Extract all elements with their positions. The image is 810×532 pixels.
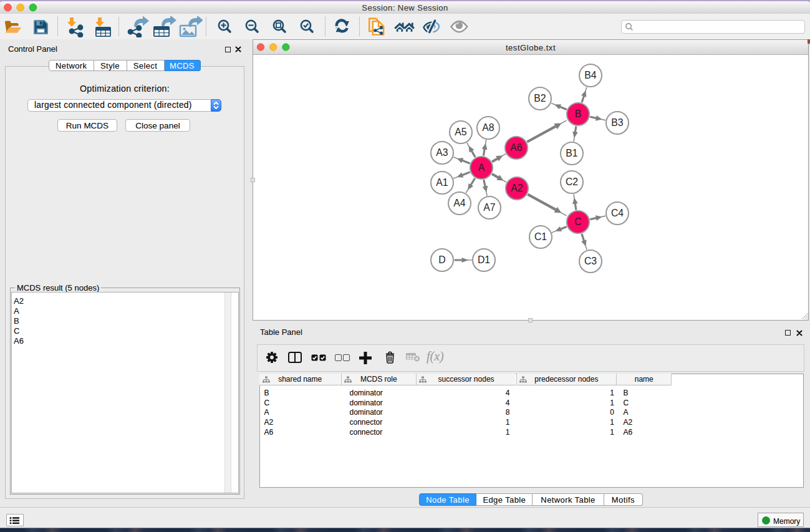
svg-text:A7: A7 [483, 202, 495, 213]
svg-text:B: B [575, 109, 582, 119]
svg-text:C1: C1 [534, 231, 547, 242]
svg-text:B2: B2 [534, 93, 546, 104]
svg-text:B4: B4 [584, 70, 597, 80]
svg-text:C4: C4 [611, 208, 624, 218]
svg-text:D: D [438, 254, 445, 265]
svg-text:B1: B1 [566, 148, 578, 158]
svg-text:A1: A1 [436, 177, 448, 188]
svg-text:D1: D1 [478, 254, 490, 265]
svg-text:A2: A2 [511, 183, 523, 193]
svg-text:A4: A4 [453, 198, 466, 208]
svg-text:C: C [574, 216, 581, 227]
svg-text:C2: C2 [566, 177, 578, 187]
svg-text:A3: A3 [436, 147, 448, 158]
svg-text:A8: A8 [482, 122, 494, 133]
svg-text:A5: A5 [455, 127, 467, 137]
svg-text:A6: A6 [510, 142, 523, 153]
svg-text:B3: B3 [611, 117, 624, 128]
svg-text:A: A [478, 162, 485, 173]
svg-text:C3: C3 [584, 256, 597, 266]
